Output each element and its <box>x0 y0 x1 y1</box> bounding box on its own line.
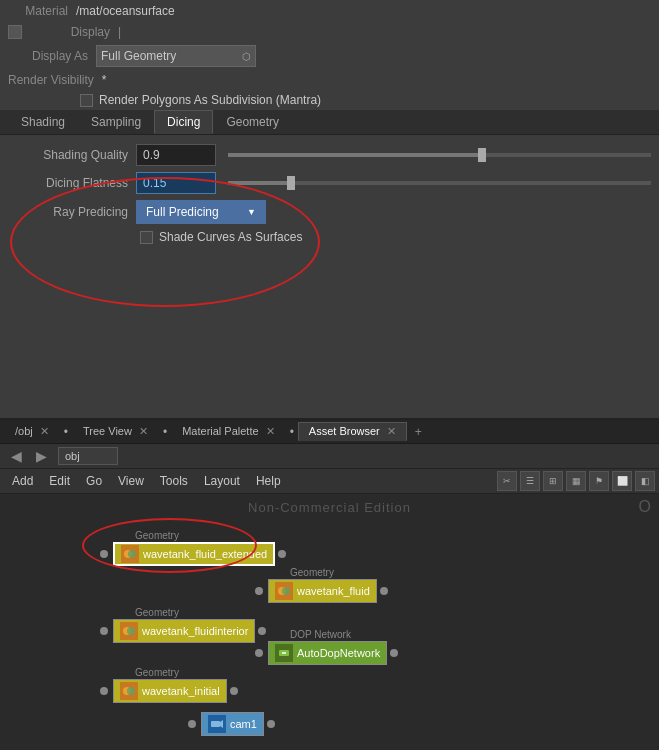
node-right-dot-extended <box>278 550 286 558</box>
render-visibility-label: Render Visibility <box>8 73 94 87</box>
node-cam1[interactable]: cam1 <box>188 712 275 736</box>
node-left-dot-extended <box>100 550 108 558</box>
tab-shading[interactable]: Shading <box>8 110 78 134</box>
node-name-extended: wavetank_fluid_extended <box>143 548 267 560</box>
node-wavetank-fluidinterior[interactable]: Geometry wavetank_fluidinterior <box>100 607 266 643</box>
layers-icon[interactable]: ◧ <box>635 471 655 491</box>
node-name-cam1: cam1 <box>230 718 257 730</box>
node-box-initial[interactable]: wavetank_initial <box>113 679 227 703</box>
table-icon[interactable]: ▦ <box>566 471 586 491</box>
material-value: /mat/oceansurface <box>76 4 175 18</box>
node-icon-autodop <box>275 644 293 662</box>
node-right-dot-initial <box>230 687 238 695</box>
nav-back-button[interactable]: ◀ <box>8 448 25 464</box>
node-left-dot-fluid <box>255 587 263 595</box>
ray-predicing-label: Ray Predicing <box>8 205 128 219</box>
ray-predicing-row: Ray Predicing Full Predicing ▼ <box>0 197 659 227</box>
menu-help[interactable]: Help <box>248 472 289 490</box>
node-wavetank-fluid[interactable]: Geometry wavetank_fluid <box>255 567 388 603</box>
node-label-initial: Geometry <box>135 667 238 678</box>
node-icon-extended <box>121 545 139 563</box>
photo-icon[interactable]: ⬜ <box>612 471 632 491</box>
bottom-tab-asset-browser[interactable]: Asset Browser ✕ <box>298 422 407 441</box>
node-right-dot-cam1 <box>267 720 275 728</box>
tab-asset-browser-close-icon[interactable]: ✕ <box>387 425 396 437</box>
node-icon-interior <box>120 622 138 640</box>
shading-quality-row: Shading Quality 0.9 <box>0 141 659 169</box>
shading-quality-label: Shading Quality <box>8 148 128 162</box>
menu-bar: Add Edit Go View Tools Layout Help ✂ ☰ ⊞… <box>0 469 659 494</box>
add-tab-button[interactable]: + <box>409 423 428 441</box>
svg-rect-10 <box>211 721 220 727</box>
menu-icons-group: ✂ ☰ ⊞ ▦ ⚑ ⬜ ◧ <box>497 471 655 491</box>
svg-marker-11 <box>220 720 223 728</box>
node-icon-initial <box>120 682 138 700</box>
tab-geometry[interactable]: Geometry <box>213 110 292 134</box>
shade-curves-label: Shade Curves As Surfaces <box>159 230 302 244</box>
top-panel: Material /mat/oceansurface Display | Dis… <box>0 0 659 420</box>
dicing-flatness-input[interactable]: 0.15 <box>136 172 216 194</box>
menu-view[interactable]: View <box>110 472 152 490</box>
tab-obj-close-icon[interactable]: ✕ <box>40 425 49 437</box>
list-icon[interactable]: ☰ <box>520 471 540 491</box>
menu-tools[interactable]: Tools <box>152 472 196 490</box>
node-label-autodop: DOP Network <box>290 629 398 640</box>
display-color-box <box>8 25 22 39</box>
render-polygons-label: Render Polygons As Subdivision (Mantra) <box>99 93 321 107</box>
bottom-tab-tree-view[interactable]: Tree View ✕ <box>72 422 159 441</box>
bottom-tab-material-palette[interactable]: Material Palette ✕ <box>171 422 285 441</box>
dicing-content: Shading Quality 0.9 Dicing Flatness 0.15… <box>0 135 659 343</box>
node-box-fluid[interactable]: wavetank_fluid <box>268 579 377 603</box>
svg-point-3 <box>282 587 290 595</box>
scissors-icon[interactable]: ✂ <box>497 471 517 491</box>
display-label: Display <box>30 25 110 39</box>
node-box-cam1[interactable]: cam1 <box>201 712 264 736</box>
node-autodop[interactable]: DOP Network AutoDopNetwork <box>255 629 398 665</box>
menu-add[interactable]: Add <box>4 472 41 490</box>
path-display[interactable]: obj <box>58 447 118 465</box>
node-icon-cam1 <box>208 715 226 733</box>
node-wavetank-fluid-extended[interactable]: Geometry wavetank_fluid_extended <box>100 530 286 566</box>
svg-point-9 <box>127 687 135 695</box>
tab-dicing[interactable]: Dicing <box>154 110 213 134</box>
dicing-flatness-label: Dicing Flatness <box>8 176 128 190</box>
display-row: Display | <box>0 22 659 42</box>
bottom-tab-obj[interactable]: /obj ✕ <box>4 422 60 441</box>
tab-sampling[interactable]: Sampling <box>78 110 154 134</box>
ray-predicing-select[interactable]: Full Predicing ▼ <box>136 200 266 224</box>
bottom-tab-bar: /obj ✕ • Tree View ✕ • Material Palette … <box>0 420 659 444</box>
render-visibility-row: Render Visibility * <box>0 70 659 90</box>
node-box-interior[interactable]: wavetank_fluidinterior <box>113 619 255 643</box>
menu-go[interactable]: Go <box>78 472 110 490</box>
node-name-fluid: wavetank_fluid <box>297 585 370 597</box>
display-as-select[interactable]: Full Geometry ⬡ <box>96 45 256 67</box>
flag-icon[interactable]: ⚑ <box>589 471 609 491</box>
menu-layout[interactable]: Layout <box>196 472 248 490</box>
node-name-autodop: AutoDopNetwork <box>297 647 380 659</box>
node-box-autodop[interactable]: AutoDopNetwork <box>268 641 387 665</box>
node-wavetank-initial[interactable]: Geometry wavetank_initial <box>100 667 238 703</box>
node-label-extended: Geometry <box>135 530 286 541</box>
material-label: Material <box>8 4 68 18</box>
svg-point-1 <box>128 550 136 558</box>
node-right-dot-fluid <box>380 587 388 595</box>
top-right-o: O <box>639 498 651 516</box>
node-name-initial: wavetank_initial <box>142 685 220 697</box>
dicing-flatness-slider[interactable] <box>228 181 651 185</box>
shading-quality-input[interactable]: 0.9 <box>136 144 216 166</box>
display-as-row: Display As Full Geometry ⬡ <box>0 42 659 70</box>
nav-forward-button[interactable]: ▶ <box>33 448 50 464</box>
tab-tree-view-close-icon[interactable]: ✕ <box>139 425 148 437</box>
menu-edit[interactable]: Edit <box>41 472 78 490</box>
node-box-extended[interactable]: wavetank_fluid_extended <box>113 542 275 566</box>
node-label-interior: Geometry <box>135 607 266 618</box>
tab-material-palette-close-icon[interactable]: ✕ <box>266 425 275 437</box>
grid-icon[interactable]: ⊞ <box>543 471 563 491</box>
shading-quality-slider[interactable] <box>228 153 651 157</box>
shade-curves-checkbox[interactable] <box>140 231 153 244</box>
render-visibility-value: * <box>102 73 107 87</box>
render-polygons-checkbox[interactable] <box>80 94 93 107</box>
display-as-label: Display As <box>8 49 88 63</box>
node-graph[interactable]: Non-Commercial Edition O Geometry waveta… <box>0 494 659 750</box>
node-right-dot-autodop <box>390 649 398 657</box>
